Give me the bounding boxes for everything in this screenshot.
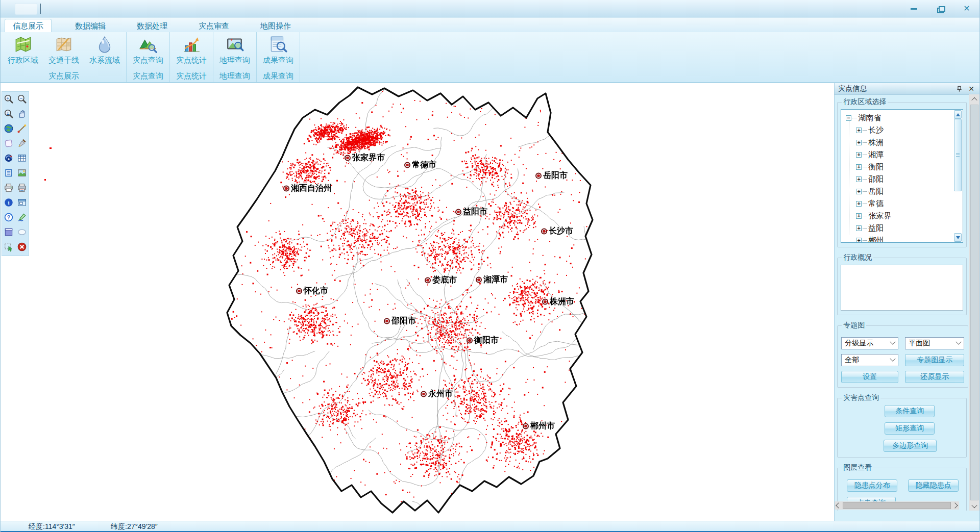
tab-disaster-review[interactable]: 灾点审查	[191, 19, 237, 32]
tool-globe-button[interactable]	[3, 123, 14, 135]
expand-icon[interactable]: +	[856, 152, 862, 158]
expand-icon[interactable]: +	[856, 238, 862, 243]
ribbon-button-label: 灾点统计	[176, 56, 207, 65]
tree-node[interactable]: +湘潭	[856, 148, 951, 161]
tree-node[interactable]: +长沙	[856, 124, 951, 136]
pin-icon[interactable]	[954, 85, 964, 93]
combobox-value: 分级显示	[845, 339, 873, 348]
tool-clear-shape-button[interactable]	[3, 138, 14, 150]
settings-button[interactable]: 设置	[841, 371, 898, 383]
ribbon-button-water-system[interactable]: 水系流域	[84, 34, 125, 65]
restore-display-button[interactable]: 还原显示	[905, 371, 964, 383]
tab-map-operation[interactable]: 地图操作	[253, 19, 299, 32]
hazard-distribution-button[interactable]: 隐患点分布	[847, 479, 897, 492]
tree-node[interactable]: +益阳	[856, 222, 951, 234]
scroll-right-button[interactable]	[952, 502, 958, 509]
quick-access-toolbar[interactable]	[15, 3, 37, 15]
ribbon-button-disaster-query[interactable]: 灾点查询	[128, 34, 168, 65]
expand-icon[interactable]: +	[856, 164, 862, 170]
tool-sketch-button[interactable]	[16, 212, 28, 224]
scroll-left-button[interactable]	[836, 502, 842, 509]
tree-node[interactable]: +岳阳	[856, 185, 951, 197]
tool-info-button[interactable]: i	[3, 197, 14, 209]
h-scrollbar-thumb[interactable]	[843, 502, 951, 509]
tool-zoom-out-button[interactable]: −	[16, 94, 28, 106]
condition-query-button[interactable]: 条件查询	[885, 405, 935, 417]
tool-close-button[interactable]	[16, 242, 28, 254]
tool-zoom-extent-button[interactable]: ±	[3, 109, 14, 120]
hide-hazard-button[interactable]: 隐藏隐患点	[908, 479, 959, 492]
display-mode-combobox[interactable]: 分级显示	[841, 337, 898, 349]
tool-print-color-button[interactable]	[16, 183, 28, 194]
scroll-up-button[interactable]	[969, 95, 979, 104]
tool-map-image-button[interactable]	[16, 168, 28, 180]
tool-help-button[interactable]: ?	[3, 212, 14, 224]
category-combobox[interactable]: 全部	[841, 354, 898, 366]
scroll-up-button[interactable]	[954, 110, 962, 119]
close-button[interactable]: ✕	[961, 4, 972, 13]
ribbon-button-label: 行政区域	[8, 56, 38, 65]
zoom-extent-icon: ±	[4, 109, 14, 121]
map-canvas[interactable]	[1, 83, 834, 521]
tree-node-label: 邵阳	[868, 174, 884, 184]
expand-icon[interactable]: +	[856, 140, 862, 145]
tree-node[interactable]: +衡阳	[856, 161, 951, 173]
show-thematic-button[interactable]: 专题图显示	[905, 354, 964, 366]
tab-info-display[interactable]: 信息展示	[5, 19, 52, 32]
tree-scrollbar[interactable]	[953, 110, 962, 242]
rectangle-query-button[interactable]: 矩形查询	[885, 422, 935, 435]
collapse-icon[interactable]: −	[846, 115, 851, 121]
tool-window-button[interactable]	[3, 227, 14, 239]
tree-node[interactable]: +邵阳	[856, 173, 951, 185]
chart-stats-icon	[182, 35, 201, 54]
panel-close-icon[interactable]: ✕	[967, 85, 976, 93]
ribbon-button-disaster-stats[interactable]: 灾点统计	[171, 34, 212, 65]
tree-node[interactable]: +常德	[856, 197, 951, 210]
expand-icon[interactable]: +	[856, 128, 862, 133]
tool-zoom-in-button[interactable]: +	[3, 94, 14, 106]
minimize-button[interactable]	[908, 4, 919, 13]
mountain-search-icon	[138, 35, 158, 54]
panel-vertical-scrollbar[interactable]	[969, 94, 979, 511]
overview-textbox[interactable]	[841, 265, 963, 311]
ribbon-button-geo-query[interactable]: 地理查询	[214, 34, 255, 65]
expand-icon[interactable]: +	[856, 225, 862, 231]
tool-ellipse-button[interactable]	[16, 227, 28, 239]
tool-measure-line-button[interactable]	[16, 123, 28, 135]
tree-node[interactable]: +株洲	[856, 136, 951, 148]
arrow-up-icon	[971, 97, 977, 103]
tree-node-label: 株洲	[868, 138, 884, 147]
polygon-query-button[interactable]: 多边形查询	[884, 440, 937, 452]
restore-button[interactable]	[935, 4, 946, 13]
expand-icon[interactable]: +	[856, 201, 862, 207]
tool-print-button[interactable]	[3, 183, 14, 194]
panel-horizontal-scrollbar[interactable]	[835, 501, 959, 510]
tool-pan-button[interactable]	[16, 109, 28, 120]
tree-node-root[interactable]: −湖南省	[846, 112, 951, 124]
scroll-down-button[interactable]	[954, 233, 962, 242]
expand-icon[interactable]: +	[856, 213, 862, 219]
tool-brush-button[interactable]	[16, 138, 28, 150]
scrollbar-thumb[interactable]	[954, 119, 962, 191]
tool-attribute-table-button[interactable]	[16, 153, 28, 165]
tool-eagle-eye-button[interactable]	[3, 153, 14, 165]
v-scrollbar-thumb[interactable]	[970, 105, 978, 500]
tree-node[interactable]: +张家界	[856, 210, 951, 222]
ribbon-button-traffic-lines[interactable]: 交通干线	[43, 34, 84, 65]
ribbon-button-admin-region[interactable]: 行政区域	[3, 34, 43, 65]
scroll-down-button[interactable]	[969, 501, 979, 510]
print-icon	[4, 183, 14, 195]
tree-node[interactable]: +郴州	[856, 234, 951, 243]
expand-icon[interactable]: +	[856, 189, 862, 194]
tab-data-process[interactable]: 数据处理	[129, 19, 175, 32]
tool-overview-window-button[interactable]	[16, 197, 28, 209]
region-tree[interactable]: −湖南省+长沙+株洲+湘潭+衡阳+邵阳+岳阳+常德+张家界+益阳+郴州	[841, 109, 963, 243]
ribbon-button-result-query[interactable]: 成果查询	[258, 34, 299, 65]
tool-select-button[interactable]	[3, 242, 14, 254]
expand-icon[interactable]: +	[856, 176, 862, 182]
close-icon	[17, 242, 27, 254]
tab-data-edit[interactable]: 数据编辑	[67, 19, 113, 32]
tool-legend-button[interactable]	[3, 168, 14, 180]
map-type-combobox[interactable]: 平面图	[905, 337, 964, 349]
map-view[interactable]: 张家界市常德市岳阳市湘西自治州益阳市长沙市娄底市湘潭市株洲市怀化市邵阳市衡阳市永…	[1, 83, 834, 521]
